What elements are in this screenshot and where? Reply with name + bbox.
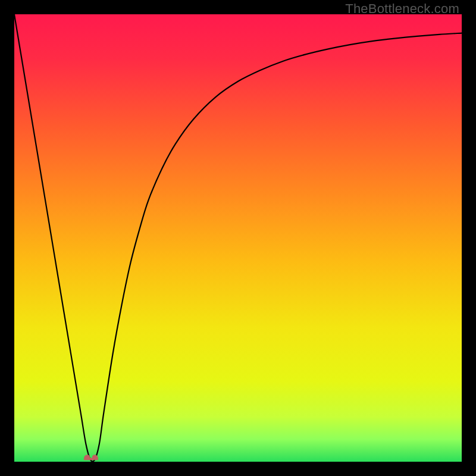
chart-frame	[14, 14, 462, 462]
attribution-text: TheBottleneck.com	[345, 1, 459, 17]
bottleneck-plot	[14, 14, 462, 462]
